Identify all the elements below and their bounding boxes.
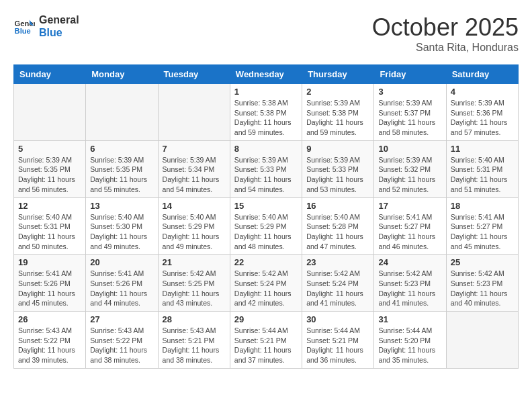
day-info: Sunrise: 5:42 AMSunset: 5:23 PMDaylight:… [451, 269, 514, 308]
day-number: 30 [306, 314, 369, 324]
calendar-cell: 11Sunrise: 5:40 AMSunset: 5:31 PMDayligh… [446, 140, 518, 197]
col-header-tuesday: Tuesday [158, 65, 230, 84]
day-info: Sunrise: 5:40 AMSunset: 5:31 PMDaylight:… [451, 155, 514, 195]
day-number: 6 [90, 144, 153, 154]
day-number: 25 [451, 257, 514, 267]
calendar-week-4: 19Sunrise: 5:41 AMSunset: 5:26 PMDayligh… [14, 255, 519, 312]
calendar-week-5: 26Sunrise: 5:43 AMSunset: 5:22 PMDayligh… [14, 312, 519, 369]
calendar-cell: 21Sunrise: 5:42 AMSunset: 5:25 PMDayligh… [158, 255, 230, 312]
calendar-cell: 15Sunrise: 5:40 AMSunset: 5:29 PMDayligh… [230, 197, 302, 255]
day-number: 17 [378, 201, 441, 211]
calendar-cell: 27Sunrise: 5:43 AMSunset: 5:22 PMDayligh… [86, 312, 158, 369]
month-title: October 2025 [372, 13, 519, 42]
day-number: 5 [18, 144, 81, 154]
day-info: Sunrise: 5:42 AMSunset: 5:24 PMDaylight:… [306, 269, 369, 308]
day-info: Sunrise: 5:39 AMSunset: 5:35 PMDaylight:… [90, 155, 153, 195]
calendar-cell: 9Sunrise: 5:39 AMSunset: 5:33 PMDaylight… [302, 140, 374, 197]
calendar-cell: 28Sunrise: 5:43 AMSunset: 5:21 PMDayligh… [158, 312, 230, 369]
calendar-cell [158, 84, 230, 141]
day-info: Sunrise: 5:42 AMSunset: 5:24 PMDaylight:… [234, 269, 298, 308]
day-info: Sunrise: 5:39 AMSunset: 5:38 PMDaylight:… [306, 98, 369, 138]
day-number: 18 [451, 201, 514, 211]
day-number: 14 [163, 201, 226, 211]
calendar-cell: 30Sunrise: 5:44 AMSunset: 5:21 PMDayligh… [302, 312, 374, 369]
calendar-cell: 31Sunrise: 5:44 AMSunset: 5:20 PMDayligh… [374, 312, 446, 369]
logo-icon: General Blue [13, 15, 35, 37]
day-info: Sunrise: 5:39 AMSunset: 5:36 PMDaylight:… [451, 98, 514, 138]
day-number: 20 [90, 257, 153, 267]
calendar-cell: 17Sunrise: 5:41 AMSunset: 5:27 PMDayligh… [374, 197, 446, 255]
calendar-cell: 20Sunrise: 5:41 AMSunset: 5:26 PMDayligh… [86, 255, 158, 312]
calendar-cell: 23Sunrise: 5:42 AMSunset: 5:24 PMDayligh… [302, 255, 374, 312]
day-info: Sunrise: 5:40 AMSunset: 5:29 PMDaylight:… [234, 212, 298, 252]
day-number: 3 [378, 87, 441, 97]
day-info: Sunrise: 5:43 AMSunset: 5:21 PMDaylight:… [163, 326, 226, 365]
logo: General Blue General Blue [13, 13, 79, 39]
day-number: 9 [306, 144, 369, 154]
calendar-cell [14, 84, 86, 141]
day-info: Sunrise: 5:41 AMSunset: 5:26 PMDaylight:… [90, 269, 153, 308]
day-info: Sunrise: 5:39 AMSunset: 5:34 PMDaylight:… [163, 155, 226, 195]
calendar-cell: 14Sunrise: 5:40 AMSunset: 5:29 PMDayligh… [158, 197, 230, 255]
calendar-cell: 22Sunrise: 5:42 AMSunset: 5:24 PMDayligh… [230, 255, 302, 312]
location-subtitle: Santa Rita, Honduras [372, 42, 519, 54]
calendar-cell: 2Sunrise: 5:39 AMSunset: 5:38 PMDaylight… [302, 84, 374, 141]
calendar-cell: 8Sunrise: 5:39 AMSunset: 5:33 PMDaylight… [230, 140, 302, 197]
calendar-cell: 6Sunrise: 5:39 AMSunset: 5:35 PMDaylight… [86, 140, 158, 197]
day-number: 8 [234, 144, 298, 154]
title-block: October 2025 Santa Rita, Honduras [372, 13, 519, 54]
calendar-cell: 10Sunrise: 5:39 AMSunset: 5:32 PMDayligh… [374, 140, 446, 197]
day-info: Sunrise: 5:40 AMSunset: 5:28 PMDaylight:… [306, 212, 369, 252]
day-number: 7 [163, 144, 226, 154]
day-info: Sunrise: 5:39 AMSunset: 5:35 PMDaylight:… [18, 155, 81, 195]
day-info: Sunrise: 5:39 AMSunset: 5:37 PMDaylight:… [378, 98, 441, 138]
day-number: 11 [451, 144, 514, 154]
day-number: 2 [306, 87, 369, 97]
col-header-friday: Friday [374, 65, 446, 84]
calendar-cell: 1Sunrise: 5:38 AMSunset: 5:38 PMDaylight… [230, 84, 302, 141]
calendar-cell: 4Sunrise: 5:39 AMSunset: 5:36 PMDaylight… [446, 84, 518, 141]
calendar-cell: 13Sunrise: 5:40 AMSunset: 5:30 PMDayligh… [86, 197, 158, 255]
day-info: Sunrise: 5:39 AMSunset: 5:33 PMDaylight:… [306, 155, 369, 195]
day-info: Sunrise: 5:40 AMSunset: 5:31 PMDaylight:… [18, 212, 81, 252]
day-number: 23 [306, 257, 369, 267]
day-info: Sunrise: 5:44 AMSunset: 5:21 PMDaylight:… [234, 326, 298, 365]
calendar-cell [86, 84, 158, 141]
day-number: 24 [378, 257, 441, 267]
day-info: Sunrise: 5:39 AMSunset: 5:32 PMDaylight:… [378, 155, 441, 195]
col-header-monday: Monday [86, 65, 158, 84]
day-info: Sunrise: 5:40 AMSunset: 5:29 PMDaylight:… [163, 212, 226, 252]
logo-general: General [39, 13, 79, 26]
day-number: 15 [234, 201, 298, 211]
day-number: 26 [18, 314, 81, 324]
calendar-cell: 18Sunrise: 5:41 AMSunset: 5:27 PMDayligh… [446, 197, 518, 255]
day-number: 10 [378, 144, 441, 154]
logo-blue: Blue [39, 26, 79, 39]
calendar-header-row: SundayMondayTuesdayWednesdayThursdayFrid… [14, 65, 519, 84]
day-info: Sunrise: 5:41 AMSunset: 5:26 PMDaylight:… [18, 269, 81, 308]
calendar-week-3: 12Sunrise: 5:40 AMSunset: 5:31 PMDayligh… [14, 197, 519, 255]
col-header-wednesday: Wednesday [230, 65, 302, 84]
day-number: 19 [18, 257, 81, 267]
day-number: 4 [451, 87, 514, 97]
day-number: 21 [163, 257, 226, 267]
col-header-saturday: Saturday [446, 65, 518, 84]
day-info: Sunrise: 5:44 AMSunset: 5:21 PMDaylight:… [306, 326, 369, 365]
day-number: 22 [234, 257, 298, 267]
day-info: Sunrise: 5:40 AMSunset: 5:30 PMDaylight:… [90, 212, 153, 252]
day-info: Sunrise: 5:41 AMSunset: 5:27 PMDaylight:… [378, 212, 441, 252]
calendar-cell: 25Sunrise: 5:42 AMSunset: 5:23 PMDayligh… [446, 255, 518, 312]
calendar-cell: 29Sunrise: 5:44 AMSunset: 5:21 PMDayligh… [230, 312, 302, 369]
day-number: 1 [234, 87, 298, 97]
calendar-table: SundayMondayTuesdayWednesdayThursdayFrid… [13, 64, 519, 369]
day-info: Sunrise: 5:41 AMSunset: 5:27 PMDaylight:… [451, 212, 514, 252]
day-number: 27 [90, 314, 153, 324]
day-number: 16 [306, 201, 369, 211]
day-info: Sunrise: 5:42 AMSunset: 5:25 PMDaylight:… [163, 269, 226, 308]
day-number: 29 [234, 314, 298, 324]
day-info: Sunrise: 5:39 AMSunset: 5:33 PMDaylight:… [234, 155, 298, 195]
day-number: 12 [18, 201, 81, 211]
col-header-thursday: Thursday [302, 65, 374, 84]
calendar-cell: 24Sunrise: 5:42 AMSunset: 5:23 PMDayligh… [374, 255, 446, 312]
calendar-cell: 12Sunrise: 5:40 AMSunset: 5:31 PMDayligh… [14, 197, 86, 255]
